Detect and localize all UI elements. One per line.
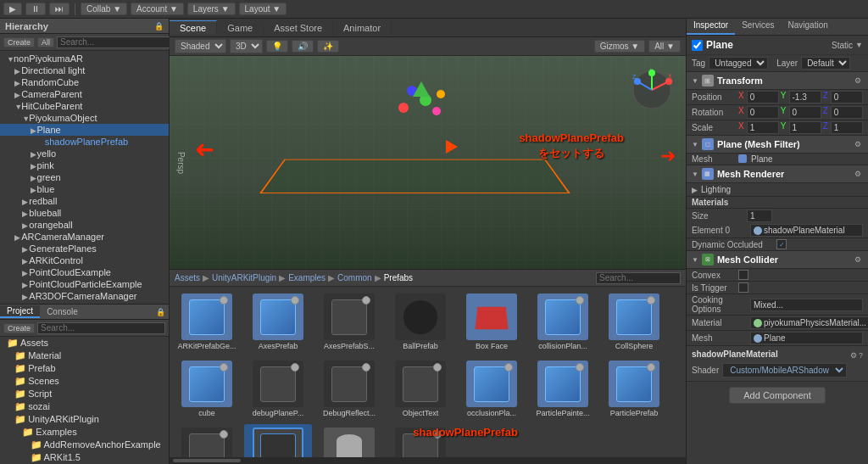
asset-item-axes_prefab_s[interactable]: AxesPrefabS...	[315, 290, 383, 354]
tab-game[interactable]: Game	[217, 21, 264, 35]
breadcrumb-assets[interactable]: Assets	[175, 273, 200, 282]
hierarchy-item-blue[interactable]: ▶blue	[0, 183, 169, 195]
object-active-checkbox[interactable]	[692, 40, 703, 51]
shader-settings[interactable]: ⚙	[850, 351, 857, 360]
breadcrumb-plugin[interactable]: UnityARKitPlugin	[212, 273, 276, 282]
breadcrumb-prefabs[interactable]: Prefabs	[384, 273, 413, 282]
pos-x-input[interactable]	[747, 91, 779, 103]
layer-select[interactable]: Default	[801, 57, 850, 70]
scale-z-input[interactable]	[831, 121, 863, 134]
project-tab[interactable]: Project	[0, 305, 40, 318]
hierarchy-item-nonPiyokumaAR[interactable]: ▼nonPiyokumaAR	[0, 53, 169, 64]
hierarchy-item-plane[interactable]: ▶Plane	[0, 124, 169, 136]
convex-checkbox[interactable]	[738, 270, 748, 280]
shader-select[interactable]: Custom/MobileARShadow	[722, 363, 847, 377]
scene-audio-btn[interactable]: 🔊	[292, 40, 314, 53]
toolbar-layers[interactable]: Layers ▼	[187, 3, 236, 15]
breadcrumb-common[interactable]: Common	[337, 273, 372, 282]
asset-item-occlusionpla[interactable]: occlusionPla...	[458, 357, 526, 421]
hierarchy-item-arkitcontrol[interactable]: ▶ARKitControl	[0, 254, 169, 266]
scale-x-input[interactable]	[747, 121, 779, 134]
transform-component-header[interactable]: ▼ ⊞ Transform ⚙	[687, 72, 868, 90]
assets-search-input[interactable]	[596, 272, 681, 284]
hierarchy-item-pink[interactable]: ▶pink	[0, 159, 169, 171]
trigger-checkbox[interactable]	[738, 282, 748, 293]
gizmos-btn[interactable]: Gizmos ▼	[594, 40, 646, 53]
bottom-slider[interactable]	[170, 457, 686, 464]
pos-z-input[interactable]	[831, 91, 863, 103]
hierarchy-item-randomcube[interactable]: ▶RandomCube	[0, 76, 169, 88]
mf-settings[interactable]: ⚙	[853, 140, 863, 148]
breadcrumb-examples[interactable]: Examples	[288, 273, 326, 282]
toolbar-play[interactable]: ▶	[3, 3, 22, 15]
hierarchy-search[interactable]	[57, 36, 171, 48]
hierarchy-item-pointcloudexample[interactable]: ▶PointCloudExample	[0, 266, 169, 278]
asset-item-collision_plan[interactable]: collisionPlan...	[529, 290, 597, 354]
toolbar-pause[interactable]: ⏸	[25, 3, 46, 15]
mc-settings[interactable]: ⚙	[853, 255, 863, 264]
pos-y-input[interactable]	[789, 91, 821, 103]
toolbar-step[interactable]: ⏭	[49, 3, 70, 15]
hierarchy-item-redball[interactable]: ▶redball	[0, 195, 169, 207]
project-folder-sozai[interactable]: 📁sozai	[0, 400, 169, 413]
asset-item-particleprefab[interactable]: ParticlePrefab	[600, 357, 668, 421]
hierarchy-item-hitcubeparent[interactable]: ▼HitCubeParent	[0, 100, 169, 112]
project-lock[interactable]: 🔒	[153, 308, 169, 316]
rot-y-input[interactable]	[789, 106, 821, 119]
hierarchy-lock[interactable]: 🔒	[154, 22, 164, 31]
asset-item-box_face[interactable]: Box Face	[458, 290, 526, 354]
project-folder-examples[interactable]: 📁Examples	[0, 426, 169, 439]
hierarchy-item-arcameramanager[interactable]: ▶ARCameraManager	[0, 231, 169, 243]
project-folder-unityarkitplugin[interactable]: 📁UnityARKitPlugin	[0, 413, 169, 426]
project-folder-script[interactable]: 📁Script	[0, 388, 169, 400]
toolbar-account[interactable]: Account ▼	[131, 3, 184, 15]
mr-settings[interactable]: ⚙	[853, 170, 863, 178]
project-folder-arkit1.5[interactable]: 📁ARKit1.5	[0, 451, 169, 464]
asset-item-objecttext[interactable]: ObjectText	[387, 357, 454, 421]
asset-item-particlepaint[interactable]: ParticlePainte...	[529, 357, 597, 421]
tab-animator[interactable]: Animator	[333, 21, 392, 35]
asset-item-collsphere[interactable]: CollSphere	[600, 290, 668, 354]
asset-item-debugreflect[interactable]: DebugReflect...	[315, 357, 383, 421]
scene-fx-btn[interactable]: ✨	[317, 40, 339, 53]
hierarchy-item-cameraparent[interactable]: ▶CameraParent	[0, 88, 169, 100]
hierarchy-item-yello[interactable]: ▶yello	[0, 148, 169, 159]
asset-item-arkit_prefab_ge[interactable]: ARKitPrefabGe...	[173, 290, 241, 354]
tab-inspector[interactable]: Inspector	[687, 19, 735, 35]
lighting-toggle[interactable]: ▶ Lighting	[687, 183, 868, 197]
hierarchy-create-btn[interactable]: Create	[3, 37, 35, 48]
tab-asset-store[interactable]: Asset Store	[264, 21, 333, 35]
scene-viewport[interactable]: X Y Z Persp	[170, 56, 686, 269]
hierarchy-item-green[interactable]: ▶green	[0, 171, 169, 183]
mesh-filter-header[interactable]: ▼ ◻ Plane (Mesh Filter) ⚙	[687, 136, 868, 154]
hierarchy-item-pointcloudparticle[interactable]: ▶PointCloudParticleExample	[0, 278, 169, 290]
hierarchy-item-shadowplaneprefab[interactable]: shadowPlanePrefab	[0, 136, 169, 148]
hierarchy-item-blueball[interactable]: ▶blueball	[0, 207, 169, 219]
all-btn[interactable]: All ▼	[648, 40, 681, 53]
asset-item-ball_prefab[interactable]: BallPrefab	[387, 290, 454, 354]
hierarchy-all-btn[interactable]: All	[37, 37, 54, 48]
toolbar-collab[interactable]: Collab ▼	[81, 3, 127, 15]
mesh-collider-header[interactable]: ▼ ⊠ Mesh Collider ⚙	[687, 251, 868, 269]
scale-y-input[interactable]	[789, 121, 821, 134]
tag-select[interactable]: Untagged	[709, 57, 768, 70]
mesh-renderer-header[interactable]: ▼ ▦ Mesh Renderer ⚙	[687, 165, 868, 183]
hierarchy-item-generateplanes[interactable]: ▶GeneratePlanes	[0, 243, 169, 254]
asset-item-cube[interactable]: cube	[173, 357, 241, 421]
asset-size-slider[interactable]	[173, 459, 241, 462]
rot-z-input[interactable]	[831, 106, 863, 119]
hierarchy-item-orangeball[interactable]: ▶orangeball	[0, 219, 169, 231]
asset-item-axes_prefab[interactable]: AxesPrefab	[244, 290, 312, 354]
shading-select[interactable]: Shaded	[175, 39, 226, 53]
size-input[interactable]	[747, 210, 772, 222]
tab-services[interactable]: Services	[735, 19, 781, 35]
project-folder-addremoveanchorexample[interactable]: 📁AddRemoveAnchorExample	[0, 439, 169, 451]
console-tab[interactable]: Console	[40, 306, 85, 317]
dynamic-checkbox[interactable]	[776, 239, 787, 249]
hierarchy-item-ar3dofcameramanager[interactable]: ▶AR3DOFCameraManager	[0, 290, 169, 302]
project-search[interactable]	[37, 322, 165, 334]
project-create-btn[interactable]: Create	[3, 323, 35, 333]
shader-help[interactable]: ?	[859, 351, 863, 360]
scene-lighting-btn[interactable]: 💡	[266, 40, 288, 53]
tab-navigation[interactable]: Navigation	[782, 19, 835, 35]
